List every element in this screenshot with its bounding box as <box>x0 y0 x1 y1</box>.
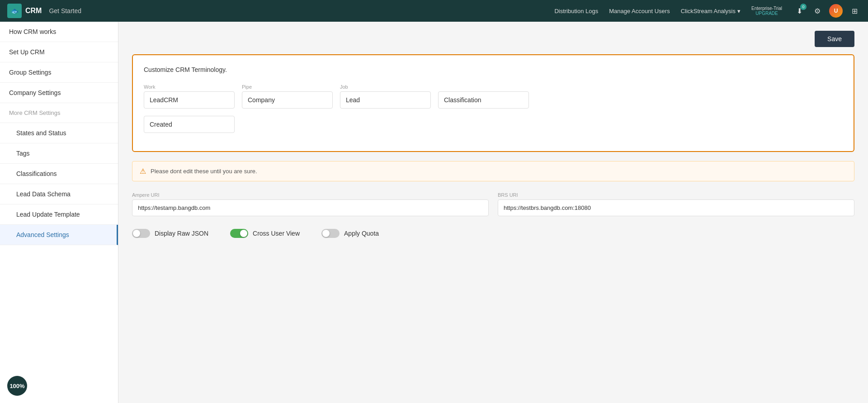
sidebar-item-states-status[interactable]: States and Status <box>0 123 118 143</box>
display-raw-json-thumb <box>133 230 140 237</box>
sidebar: How CRM works Set Up CRM Group Settings … <box>0 22 118 403</box>
topnav-icons: ⬇ 0 ⚙ U ⊞ <box>793 4 861 18</box>
cross-user-view-thumb <box>240 230 247 237</box>
topnav-logo[interactable]: 🐟 CRM <box>7 4 42 18</box>
terminology-fields-row2 <box>144 116 843 133</box>
display-raw-json-toggle-group: Display Raw JSON <box>132 229 208 238</box>
upgrade-link[interactable]: UPGRADE <box>755 11 778 16</box>
main-content: Save Customize CRM Terminology. Work Pip… <box>118 22 868 403</box>
work-label: Work <box>144 84 235 90</box>
user-avatar[interactable]: U <box>829 4 843 18</box>
pipe-label: Pipe <box>242 84 333 90</box>
pipe-field-group: Pipe <box>242 84 333 109</box>
sidebar-item-tags[interactable]: Tags <box>0 143 118 164</box>
save-button[interactable]: Save <box>815 31 854 47</box>
gear-icon: ⚙ <box>814 7 821 15</box>
created-input[interactable] <box>144 116 235 133</box>
page-layout: How CRM works Set Up CRM Group Settings … <box>0 0 868 403</box>
job-label: Job <box>340 84 431 90</box>
classification-field-group <box>438 84 529 109</box>
uri-section: Ampere URI BRS URI <box>132 192 854 216</box>
brs-uri-input[interactable] <box>498 199 854 216</box>
cross-user-view-toggle-group: Cross User View <box>230 229 300 238</box>
created-field-group <box>144 116 235 133</box>
apply-quota-label: Apply Quota <box>344 230 379 237</box>
ampere-uri-group: Ampere URI <box>132 192 489 216</box>
warning-text: Please dont edit these until you are sur… <box>151 168 257 175</box>
warning-banner: ⚠ Please dont edit these until you are s… <box>132 161 854 181</box>
crm-logo-text: CRM <box>25 7 42 15</box>
terminology-fields-row: Work Pipe Job <box>144 84 843 109</box>
classification-input[interactable] <box>438 91 529 109</box>
classification-label <box>438 84 529 90</box>
job-input[interactable] <box>340 91 431 109</box>
sidebar-item-group-settings[interactable]: Group Settings <box>0 62 118 83</box>
sidebar-item-classifications[interactable]: Classifications <box>0 164 118 184</box>
settings-button[interactable]: ⚙ <box>811 5 824 17</box>
enterprise-plan: Enterprise-Trial UPGRADE <box>751 6 782 16</box>
get-started-link[interactable]: Get Started <box>49 7 81 14</box>
display-raw-json-toggle[interactable] <box>132 229 150 238</box>
zoom-indicator: 100% <box>7 376 27 396</box>
apply-quota-toggle-group: Apply Quota <box>321 229 379 238</box>
crm-logo-icon: 🐟 <box>7 4 22 18</box>
notification-badge: 0 <box>800 4 807 10</box>
topnav-right: Distribution Logs Manage Account Users C… <box>554 4 861 18</box>
brs-uri-label: BRS URI <box>498 192 854 198</box>
work-field-group: Work <box>144 84 235 109</box>
apps-button[interactable]: ⊞ <box>848 5 861 17</box>
sidebar-item-setup-crm[interactable]: Set Up CRM <box>0 42 118 62</box>
work-input[interactable] <box>144 91 235 109</box>
sidebar-item-company-settings[interactable]: Company Settings <box>0 83 118 103</box>
manage-account-users-link[interactable]: Manage Account Users <box>609 8 670 14</box>
cross-user-view-toggle[interactable] <box>230 229 248 238</box>
display-raw-json-label: Display Raw JSON <box>155 230 208 237</box>
terminology-title: Customize CRM Terminology. <box>144 66 843 73</box>
brs-uri-group: BRS URI <box>498 192 854 216</box>
save-button-row: Save <box>132 31 854 47</box>
grid-icon: ⊞ <box>852 7 858 15</box>
chevron-down-icon: ▾ <box>737 8 741 14</box>
sidebar-item-lead-data-schema[interactable]: Lead Data Schema <box>0 184 118 204</box>
apply-quota-thumb <box>322 230 330 237</box>
ampere-uri-input[interactable] <box>132 199 489 216</box>
apply-quota-toggle[interactable] <box>321 229 340 238</box>
distribution-logs-link[interactable]: Distribution Logs <box>554 8 598 14</box>
clickstream-analysis-link[interactable]: ClickStream Analysis ▾ <box>681 8 741 14</box>
cross-user-view-label: Cross User View <box>253 230 300 237</box>
job-field-group: Job <box>340 84 431 109</box>
sidebar-item-how-crm-works[interactable]: How CRM works <box>0 22 118 42</box>
pipe-input[interactable] <box>242 91 333 109</box>
warning-icon: ⚠ <box>140 167 146 175</box>
terminology-card: Customize CRM Terminology. Work Pipe Job <box>132 54 854 152</box>
sidebar-section-more-crm: More CRM Settings <box>0 103 118 123</box>
topnav: 🐟 CRM Get Started Distribution Logs Mana… <box>0 0 868 22</box>
sidebar-item-advanced-settings[interactable]: Advanced Settings <box>0 225 118 245</box>
toggles-section: Display Raw JSON Cross User View Apply Q… <box>132 229 854 238</box>
ampere-uri-label: Ampere URI <box>132 192 489 198</box>
sidebar-item-lead-update-template[interactable]: Lead Update Template <box>0 204 118 225</box>
notifications-button[interactable]: ⬇ 0 <box>793 5 806 17</box>
